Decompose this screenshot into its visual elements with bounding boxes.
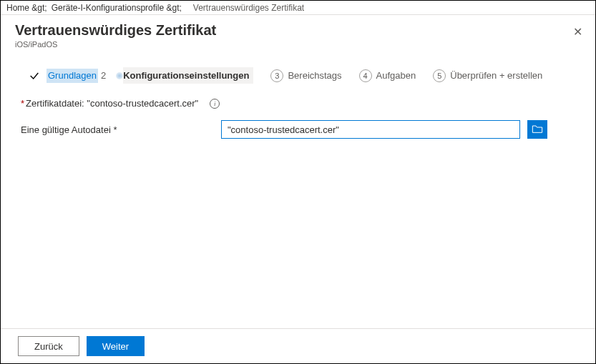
browse-file-button[interactable] (527, 120, 547, 139)
close-icon: ✕ (573, 26, 582, 38)
breadcrumb: Home &gt; Geräte-I-Konfigurationsprofile… (1, 1, 595, 15)
wizard-step-scopetags[interactable]: 3 Bereichstags (270, 69, 341, 82)
wizard-step-basics-extra: 2 (101, 70, 106, 81)
wizard-step-basics-label: Grundlagen (47, 69, 98, 83)
wizard-step-config-label: Konfigurationseinstellungen (123, 70, 249, 81)
breadcrumb-current: Vertrauenswürdiges Zertifikat (193, 3, 304, 13)
current-step-indicator-icon (116, 72, 123, 79)
wizard-step-basics[interactable]: Grundlagen 2 (28, 69, 106, 83)
wizard-step-config[interactable]: Konfigurationseinstellungen (123, 67, 253, 84)
wizard-step-scopetags-label: Bereichstags (288, 70, 341, 81)
certificate-file-input[interactable] (221, 120, 520, 139)
checkmark-icon (28, 69, 41, 82)
step-number-5: 5 (433, 69, 446, 82)
wizard-step-review[interactable]: 5 Überprüfen + erstellen (433, 69, 542, 82)
required-asterisk: * (21, 98, 24, 109)
step-number-4: 4 (359, 69, 372, 82)
close-button[interactable]: ✕ (573, 25, 582, 39)
certificate-file-label: Zertifikatdatei: "contoso-trustedcacert.… (26, 98, 198, 109)
wizard-footer: Zurück Weiter (1, 328, 595, 363)
back-button[interactable]: Zurück (18, 336, 79, 356)
wizard-step-assignments-label: Aufgaben (376, 70, 416, 81)
breadcrumb-home[interactable]: Home &gt; (6, 3, 47, 13)
valid-file-label: Eine gültige Autodatei * (21, 124, 221, 135)
wizard-step-review-label: Überprüfen + erstellen (450, 70, 542, 81)
wizard-step-assignments[interactable]: 4 Aufgaben (359, 69, 416, 82)
info-icon[interactable]: i (210, 99, 220, 109)
step-number-3: 3 (270, 69, 283, 82)
page-title: Vertrauenswürdiges Zertifikat (15, 22, 581, 39)
page-subtitle: iOS/iPadOS (15, 40, 581, 49)
breadcrumb-devices[interactable]: Geräte-I-Konfigurationsprofile &gt; (52, 3, 182, 13)
next-button[interactable]: Weiter (87, 336, 145, 356)
folder-icon (532, 124, 543, 136)
wizard-steps: Grundlagen 2 Konfigurationseinstellungen… (1, 51, 595, 94)
